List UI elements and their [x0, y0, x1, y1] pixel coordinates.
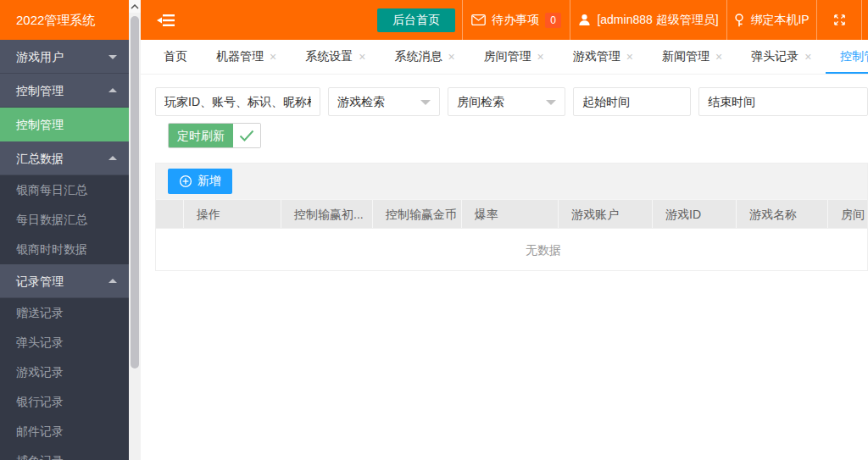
tab-close-icon[interactable] — [359, 51, 365, 63]
user-label: [admin888 超级管理员] — [597, 13, 718, 28]
tab-close-icon[interactable] — [804, 51, 811, 63]
todo-label: 待办事项 — [492, 13, 539, 28]
tab-label: 游戏管理 — [573, 49, 620, 64]
plus-circle-icon — [179, 175, 192, 188]
tab-label: 首页 — [164, 49, 187, 64]
tab-close-icon[interactable] — [626, 51, 633, 63]
sidebar-item-daily-data-summary[interactable]: 每日数据汇总 — [0, 205, 129, 235]
chevron-down-icon — [420, 100, 431, 110]
add-button-label: 新增 — [198, 174, 221, 189]
sidebar-item-game-record[interactable]: 游戏记录 — [0, 357, 129, 387]
column-header-control-win-coins: 控制输赢金币 — [373, 200, 462, 228]
app-logo: 2022管理系统 — [0, 0, 129, 40]
sidebar-item-bank-record[interactable]: 银行记录 — [0, 387, 129, 417]
sidebar-item-label: 游戏记录 — [16, 365, 64, 379]
add-button[interactable]: 新增 — [168, 169, 232, 194]
tab-bullet-record[interactable]: 弹头记录 — [737, 40, 826, 74]
collapse-sidebar-icon[interactable] — [157, 14, 175, 27]
todo-count-badge: 0 — [545, 13, 561, 28]
table-empty-state: 无数据 — [156, 228, 868, 270]
sidebar-item-label: 银行记录 — [16, 395, 64, 408]
column-header-burst-rate: 爆率 — [462, 200, 559, 228]
tab-label: 控制管理 — [840, 49, 868, 64]
tab-system-messages[interactable]: 系统消息 — [380, 40, 469, 74]
sidebar-item-label: 捕鱼记录 — [16, 454, 64, 460]
player-search-input[interactable] — [155, 87, 320, 116]
sidebar-item-label: 弹头记录 — [16, 335, 64, 349]
sidebar-item-bullet-record[interactable]: 弹头记录 — [0, 328, 129, 357]
column-header-game-id: 游戏ID — [653, 200, 737, 228]
column-header-action: 操作 — [184, 200, 281, 228]
fullscreen-icon — [833, 14, 846, 26]
checkmark-icon — [233, 124, 260, 147]
tab-close-icon[interactable] — [448, 51, 454, 63]
sidebar-item-label: 赠送记录 — [16, 306, 64, 319]
column-header-checkbox[interactable] — [156, 200, 184, 228]
bind-local-ip-button[interactable]: 绑定本机IP — [726, 0, 816, 40]
bind-ip-label: 绑定本机IP — [750, 13, 809, 28]
chevron-down-icon — [108, 55, 117, 64]
sidebar-group-label: 汇总数据 — [16, 152, 64, 165]
tab-home[interactable]: 首页 — [149, 40, 202, 74]
sidebar-group-label: 游戏用户 — [16, 50, 64, 64]
topbar-section-clipped — [861, 0, 868, 40]
sidebar-group-summary-data[interactable]: 汇总数据 — [0, 141, 129, 175]
tab-game-manage[interactable]: 游戏管理 — [559, 40, 648, 74]
sidebar-item-fishing-record[interactable]: 捕鱼记录 — [0, 446, 129, 460]
sidebar-item-gift-record[interactable]: 赠送记录 — [0, 298, 129, 328]
tab-system-settings[interactable]: 系统设置 — [291, 40, 380, 74]
page-content: 游戏检索 房间检索 定时刷新 — [141, 75, 868, 271]
select-value: 房间检索 — [457, 95, 504, 108]
tab-label: 弹头记录 — [751, 49, 798, 64]
current-user-button[interactable]: [admin888 超级管理员] — [570, 0, 726, 40]
start-time-input[interactable] — [573, 87, 691, 116]
tab-machine-manage[interactable]: 机器管理 — [202, 40, 291, 74]
sidebar-group-game-users[interactable]: 游戏用户 — [0, 40, 129, 74]
data-table-panel: 新增 操作 控制输赢初... 控制输赢金币 爆率 游戏账户 游戏ID 游戏名称 … — [155, 163, 868, 271]
sidebar-group-control-manage[interactable]: 控制管理 — [0, 74, 129, 108]
sidebar-item-label: 控制管理 — [16, 118, 64, 131]
sidebar-item-mail-record[interactable]: 邮件记录 — [0, 417, 129, 446]
main-area: 后台首页 待办事项 0 [admin888 超级管理员] — [141, 0, 868, 460]
tab-bar: 首页 机器管理 系统设置 系统消息 房间管理 游戏管理 新闻管理 弹头记录 — [141, 40, 868, 75]
tab-close-icon[interactable] — [715, 51, 722, 63]
tab-close-icon[interactable] — [270, 51, 276, 63]
tab-control-manage[interactable]: 控制管理 — [826, 40, 868, 74]
auto-refresh-label: 定时刷新 — [169, 124, 233, 147]
todo-items-button[interactable]: 待办事项 0 — [462, 0, 570, 40]
end-time-input[interactable] — [698, 87, 868, 116]
tab-label: 机器管理 — [216, 49, 264, 64]
sidebar-group-record-manage[interactable]: 记录管理 — [0, 264, 129, 298]
room-search-select[interactable]: 房间检索 — [448, 87, 565, 116]
game-search-select[interactable]: 游戏检索 — [328, 87, 440, 116]
column-header-room: 房间 — [828, 200, 867, 228]
scrollbar-thumb[interactable] — [131, 16, 139, 369]
sidebar-item-label: 每日数据汇总 — [16, 213, 87, 226]
tab-room-manage[interactable]: 房间管理 — [470, 40, 559, 74]
fullscreen-button[interactable] — [816, 0, 861, 40]
auto-refresh-checkbox[interactable]: 定时刷新 — [168, 123, 261, 148]
table-header-row: 操作 控制输赢初... 控制输赢金币 爆率 游戏账户 游戏ID 游戏名称 房间 — [156, 199, 867, 228]
tab-label: 系统设置 — [305, 49, 353, 64]
table-toolbar: 新增 — [156, 163, 867, 199]
top-header: 后台首页 待办事项 0 [admin888 超级管理员] — [141, 0, 868, 40]
chevron-down-icon — [546, 100, 556, 110]
sidebar-item-merchant-daily-summary[interactable]: 银商每日汇总 — [0, 175, 129, 205]
sidebar-item-label: 银商每日汇总 — [16, 183, 87, 197]
sidebar-item-label: 银商时时数据 — [16, 242, 87, 256]
sidebar-item-merchant-realtime-data[interactable]: 银商时时数据 — [0, 235, 129, 264]
tab-news-manage[interactable]: 新闻管理 — [648, 40, 737, 74]
sidebar-group-label: 记录管理 — [16, 274, 64, 288]
chevron-up-icon — [108, 274, 117, 283]
sidebar-scrollbar[interactable] — [129, 0, 141, 460]
column-header-game-account: 游戏账户 — [559, 200, 653, 228]
tab-close-icon[interactable] — [537, 51, 544, 63]
backend-home-button[interactable]: 后台首页 — [377, 8, 455, 32]
tab-label: 新闻管理 — [662, 49, 709, 64]
person-icon — [578, 14, 591, 26]
sidebar-item-control-manage[interactable]: 控制管理 — [0, 108, 129, 141]
scrollbar-up-arrow-icon[interactable] — [129, 0, 141, 13]
select-value: 游戏检索 — [337, 95, 385, 108]
sidebar: 2022管理系统 游戏用户 控制管理 控制管理 汇总数据 银商每日汇总 每日数据… — [0, 0, 129, 460]
tab-label: 房间管理 — [484, 49, 531, 64]
